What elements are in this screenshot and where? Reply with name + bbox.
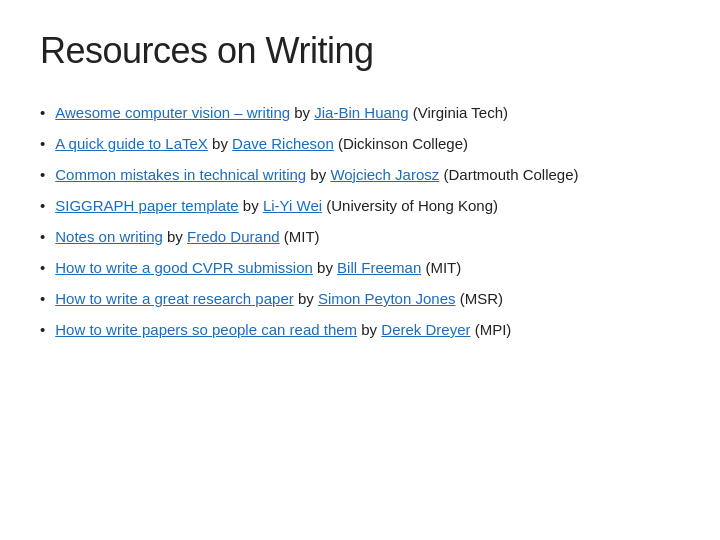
- resource-link-6[interactable]: How to write a great research paper: [55, 290, 293, 307]
- author-link-4[interactable]: Fredo Durand: [187, 228, 280, 245]
- resource-link-7[interactable]: How to write papers so people can read t…: [55, 321, 357, 338]
- page-title: Resources on Writing: [40, 30, 680, 72]
- author-link-7[interactable]: Derek Dreyer: [381, 321, 470, 338]
- author-link-6[interactable]: Simon Peyton Jones: [318, 290, 456, 307]
- resource-link-3[interactable]: SIGGRAPH paper template: [55, 197, 238, 214]
- author-link-3[interactable]: Li-Yi Wei: [263, 197, 322, 214]
- list-item-content: How to write a good CVPR submission by B…: [55, 257, 680, 278]
- list-item-content: SIGGRAPH paper template by Li-Yi Wei (Un…: [55, 195, 680, 216]
- resource-link-4[interactable]: Notes on writing: [55, 228, 163, 245]
- resources-list: Awesome computer vision – writing by Jia…: [40, 102, 680, 340]
- list-item: A quick guide to LaTe​X by Dave Richeson…: [40, 133, 680, 154]
- list-item-content: How to write papers so people can read t…: [55, 319, 680, 340]
- author-link-2[interactable]: Wojciech Jarosz: [330, 166, 439, 183]
- list-item: How to write papers so people can read t…: [40, 319, 680, 340]
- list-item: Notes on writing by Fredo Durand (MIT): [40, 226, 680, 247]
- author-link-5[interactable]: Bill Freeman: [337, 259, 421, 276]
- list-item: Awesome computer vision – writing by Jia…: [40, 102, 680, 123]
- list-item-content: A quick guide to LaTe​X by Dave Richeson…: [55, 133, 680, 154]
- author-link-0[interactable]: Jia-Bin Huang: [314, 104, 408, 121]
- list-item: How to write a great research paper by S…: [40, 288, 680, 309]
- list-item-content: How to write a great research paper by S…: [55, 288, 680, 309]
- resource-link-0[interactable]: Awesome computer vision – writing: [55, 104, 290, 121]
- list-item-content: Common mistakes in technical writing by …: [55, 164, 680, 185]
- resource-link-1[interactable]: A quick guide to LaTe​X: [55, 135, 208, 152]
- author-link-1[interactable]: Dave Richeson: [232, 135, 334, 152]
- list-item: How to write a good CVPR submission by B…: [40, 257, 680, 278]
- resource-link-2[interactable]: Common mistakes in technical writing: [55, 166, 306, 183]
- list-item: SIGGRAPH paper template by Li-Yi Wei (Un…: [40, 195, 680, 216]
- list-item: Common mistakes in technical writing by …: [40, 164, 680, 185]
- resource-link-5[interactable]: How to write a good CVPR submission: [55, 259, 313, 276]
- list-item-content: Notes on writing by Fredo Durand (MIT): [55, 226, 680, 247]
- list-item-content: Awesome computer vision – writing by Jia…: [55, 102, 680, 123]
